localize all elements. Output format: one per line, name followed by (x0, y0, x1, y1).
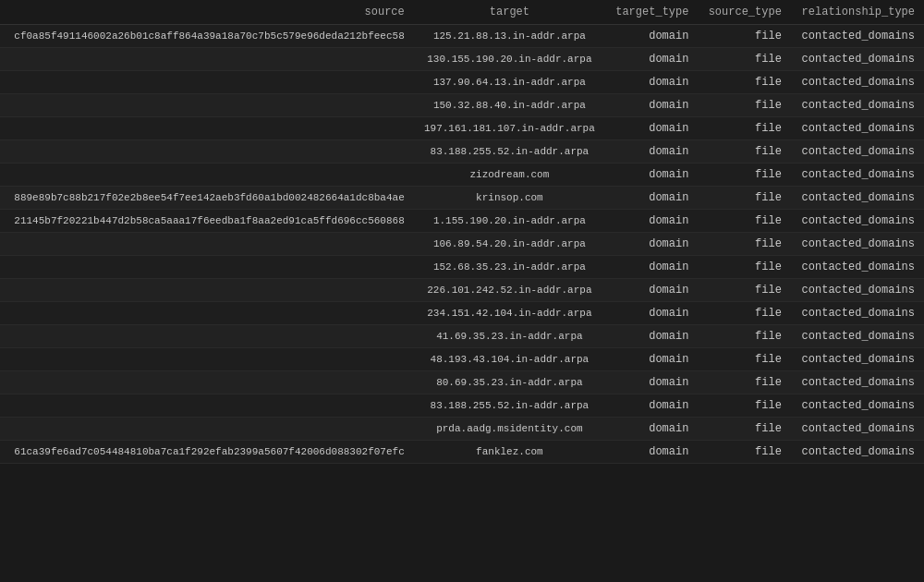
table-row: 83.188.255.52.in-addr.arpadomainfilecont… (0, 394, 924, 418)
cell-target: 48.193.43.104.in-addr.arpa (414, 348, 605, 371)
cell-relationship-type: contacted_domains (791, 325, 924, 348)
cell-source-type: file (698, 279, 790, 302)
cell-target: prda.aadg.msidentity.com (414, 418, 605, 441)
cell-relationship-type: contacted_domains (791, 25, 924, 48)
cell-source (0, 371, 414, 394)
cell-target-type: domain (605, 25, 698, 48)
cell-target: 83.188.255.52.in-addr.arpa (414, 394, 605, 418)
cell-target: 152.68.35.23.in-addr.arpa (414, 256, 605, 279)
cell-target-type: domain (605, 187, 698, 210)
table-row: 106.89.54.20.in-addr.arpadomainfileconta… (0, 233, 924, 256)
cell-source-type: file (698, 187, 790, 210)
table-row: 130.155.190.20.in-addr.arpadomainfilecon… (0, 48, 924, 71)
cell-target-type: domain (605, 140, 698, 164)
cell-relationship-type: contacted_domains (791, 71, 924, 94)
cell-relationship-type: contacted_domains (791, 394, 924, 418)
cell-target-type: domain (605, 256, 698, 279)
cell-source-type: file (698, 71, 790, 94)
cell-relationship-type: contacted_domains (791, 94, 924, 117)
cell-target: 137.90.64.13.in-addr.arpa (414, 71, 605, 94)
table-row: zizodream.comdomainfilecontacted_domains (0, 164, 924, 187)
cell-relationship-type: contacted_domains (791, 441, 924, 464)
cell-source (0, 418, 414, 441)
header-target-type: target_type (605, 0, 698, 25)
cell-source: 61ca39fe6ad7c054484810ba7ca1f292efab2399… (0, 441, 414, 464)
cell-source (0, 140, 414, 164)
cell-target: 150.32.88.40.in-addr.arpa (414, 94, 605, 117)
main-table: source target target_type source_type re… (0, 0, 924, 464)
table-row: 889e89b7c88b217f02e2b8ee54f7ee142aeb3fd6… (0, 187, 924, 210)
table-row: 80.69.35.23.in-addr.arpadomainfilecontac… (0, 371, 924, 394)
cell-target: 41.69.35.23.in-addr.arpa (414, 325, 605, 348)
header-target: target (414, 0, 605, 25)
cell-relationship-type: contacted_domains (791, 256, 924, 279)
cell-source-type: file (698, 94, 790, 117)
cell-relationship-type: contacted_domains (791, 233, 924, 256)
cell-target: zizodream.com (414, 164, 605, 187)
cell-target: 130.155.190.20.in-addr.arpa (414, 48, 605, 71)
table-row: 41.69.35.23.in-addr.arpadomainfilecontac… (0, 325, 924, 348)
cell-relationship-type: contacted_domains (791, 210, 924, 233)
cell-source: 21145b7f20221b447d2b58ca5aaa17f6eedba1f8… (0, 210, 414, 233)
cell-target-type: domain (605, 325, 698, 348)
cell-target-type: domain (605, 394, 698, 418)
table-row: 48.193.43.104.in-addr.arpadomainfilecont… (0, 348, 924, 371)
cell-source: cf0a85f491146002a26b01c8aff864a39a18a70c… (0, 25, 414, 48)
cell-target-type: domain (605, 302, 698, 325)
cell-source-type: file (698, 117, 790, 140)
cell-source (0, 279, 414, 302)
cell-relationship-type: contacted_domains (791, 371, 924, 394)
header-source: source (0, 0, 414, 25)
table-row: prda.aadg.msidentity.comdomainfilecontac… (0, 418, 924, 441)
cell-source (0, 117, 414, 140)
cell-target: fanklez.com (414, 441, 605, 464)
cell-source-type: file (698, 256, 790, 279)
cell-source-type: file (698, 348, 790, 371)
cell-source (0, 256, 414, 279)
cell-relationship-type: contacted_domains (791, 279, 924, 302)
header-source-type: source_type (698, 0, 790, 25)
table-row: 61ca39fe6ad7c054484810ba7ca1f292efab2399… (0, 441, 924, 464)
table-row: 234.151.42.104.in-addr.arpadomainfilecon… (0, 302, 924, 325)
cell-source-type: file (698, 371, 790, 394)
cell-target: 197.161.181.107.in-addr.arpa (414, 117, 605, 140)
table-row: cf0a85f491146002a26b01c8aff864a39a18a70c… (0, 25, 924, 48)
table-row: 152.68.35.23.in-addr.arpadomainfileconta… (0, 256, 924, 279)
cell-target: krinsop.com (414, 187, 605, 210)
cell-target: 1.155.190.20.in-addr.arpa (414, 210, 605, 233)
cell-source-type: file (698, 233, 790, 256)
cell-relationship-type: contacted_domains (791, 48, 924, 71)
cell-source (0, 48, 414, 71)
cell-target-type: domain (605, 117, 698, 140)
cell-target-type: domain (605, 71, 698, 94)
cell-target-type: domain (605, 210, 698, 233)
cell-target: 125.21.88.13.in-addr.arpa (414, 25, 605, 48)
cell-target: 106.89.54.20.in-addr.arpa (414, 233, 605, 256)
cell-source (0, 394, 414, 418)
cell-source (0, 94, 414, 117)
cell-source-type: file (698, 325, 790, 348)
cell-source (0, 71, 414, 94)
cell-source (0, 325, 414, 348)
cell-target-type: domain (605, 233, 698, 256)
cell-target-type: domain (605, 348, 698, 371)
cell-relationship-type: contacted_domains (791, 140, 924, 164)
cell-source-type: file (698, 210, 790, 233)
cell-source-type: file (698, 302, 790, 325)
cell-relationship-type: contacted_domains (791, 418, 924, 441)
cell-target-type: domain (605, 164, 698, 187)
cell-target-type: domain (605, 418, 698, 441)
cell-relationship-type: contacted_domains (791, 348, 924, 371)
table-row: 226.101.242.52.in-addr.arpadomainfilecon… (0, 279, 924, 302)
cell-source-type: file (698, 140, 790, 164)
cell-source: 889e89b7c88b217f02e2b8ee54f7ee142aeb3fd6… (0, 187, 414, 210)
cell-target: 80.69.35.23.in-addr.arpa (414, 371, 605, 394)
header-relationship-type: relationship_type (791, 0, 924, 25)
table-row: 150.32.88.40.in-addr.arpadomainfileconta… (0, 94, 924, 117)
cell-source-type: file (698, 164, 790, 187)
cell-source-type: file (698, 418, 790, 441)
cell-source-type: file (698, 441, 790, 464)
table-row: 197.161.181.107.in-addr.arpadomainfileco… (0, 117, 924, 140)
cell-source (0, 233, 414, 256)
table-row: 83.188.255.52.in-addr.arpadomainfilecont… (0, 140, 924, 164)
